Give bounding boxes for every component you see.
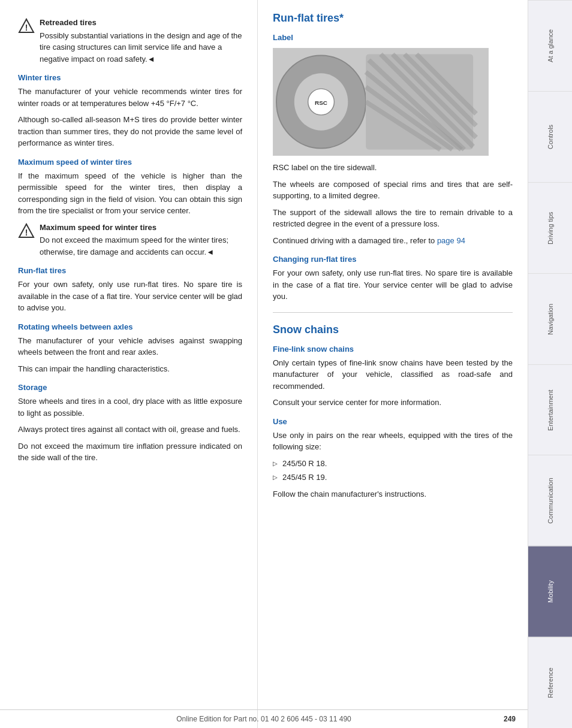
changing-run-flat-heading: Changing run-flat tires [273, 255, 513, 264]
warning-icon-2: ! [18, 223, 35, 240]
run-flat-para1: For your own safety, only use run-flat t… [18, 279, 242, 314]
page-footer: Online Edition for Part no. 01 40 2 606 … [0, 709, 528, 728]
changing-run-flat-para: For your own safety, only use run-flat t… [273, 267, 513, 303]
tire-size-2: 245/45 R 19. [273, 472, 513, 484]
section-divider [273, 312, 513, 313]
warning-icon: ! [18, 18, 35, 35]
svg-text:!: ! [25, 23, 28, 32]
rotating-para1: The manufacturer of your vehicle advises… [18, 335, 242, 358]
run-flat-para3: Continued driving with a damaged tire., … [273, 235, 513, 247]
rotating-heading: Rotating wheels between axles [18, 322, 242, 331]
right-column: Run-flat tires* Label [258, 0, 528, 728]
max-speed-warning-text: Maximum speed for winter tires Do not ex… [40, 222, 242, 258]
run-flat-heading: Run-flat tires [18, 266, 242, 275]
winter-tires-para1: The manufacturer of your vehicle recomme… [18, 86, 242, 109]
retreaded-warning-text: Retreaded tires Possibly substantial var… [40, 17, 242, 65]
rotating-para2: This can impair the handling characteris… [18, 363, 242, 375]
storage-heading: Storage [18, 383, 242, 392]
sidebar: At a glance Controls Driving tips Naviga… [528, 0, 572, 728]
winter-tires-para2: Although so-called all-season M+S tires … [18, 114, 242, 149]
run-flat-para2: The support of the sidewall allows the t… [273, 207, 513, 230]
max-speed-warning: ! Maximum speed for winter tires Do not … [18, 222, 242, 258]
use-heading: Use [273, 417, 513, 426]
max-speed-heading: Maximum speed of winter tires [18, 158, 242, 167]
svg-text:RSC: RSC [315, 99, 327, 106]
run-flat-tires-main-heading: Run-flat tires* [273, 12, 513, 25]
tire-image: RSC [273, 48, 489, 156]
winter-tires-heading: Winter tires [18, 73, 242, 82]
sidebar-tab-reference[interactable]: Reference [528, 637, 572, 728]
use-para: Use only in pairs on the rear wheels, eq… [273, 430, 513, 453]
storage-para2: Always protect tires against all contact… [18, 424, 242, 436]
run-flat-para1: The wheels are composed of special rims … [273, 179, 513, 202]
fine-link-para1: Only certain types of fine-link snow cha… [273, 357, 513, 392]
tire-size-1: 245/50 R 18. [273, 458, 513, 470]
sidebar-tab-entertainment[interactable]: Entertainment [528, 364, 572, 455]
sidebar-tab-driving-tips[interactable]: Driving tips [528, 182, 572, 273]
label-heading: Label [273, 33, 513, 42]
sidebar-tab-controls[interactable]: Controls [528, 91, 572, 182]
svg-text:!: ! [25, 228, 28, 237]
tire-image-caption: RSC label on the tire sidewall. [273, 162, 513, 174]
follow-text: Follow the chain manufacturer's instruct… [273, 488, 513, 500]
page-number: 249 [504, 715, 516, 723]
left-column: ! Retreaded tires Possibly substantial v… [0, 0, 258, 728]
footer-text: Online Edition for Part no. 01 40 2 606 … [176, 715, 351, 723]
storage-para1: Store wheels and tires in a cool, dry pl… [18, 395, 242, 419]
sidebar-tab-communication[interactable]: Communication [528, 455, 572, 546]
sidebar-tab-mobility[interactable]: Mobility [528, 546, 572, 637]
fine-link-heading: Fine-link snow chains [273, 345, 513, 354]
tire-sizes-list: 245/50 R 18. 245/45 R 19. [273, 458, 513, 484]
fine-link-para2: Consult your service center for more inf… [273, 397, 513, 409]
sidebar-tab-navigation[interactable]: Navigation [528, 273, 572, 364]
page-ref-link[interactable]: page 94 [437, 236, 465, 245]
storage-para3: Do not exceed the maximum tire inflation… [18, 440, 242, 464]
snow-chains-heading: Snow chains [273, 324, 513, 336]
sidebar-tab-at-a-glance[interactable]: At a glance [528, 0, 572, 91]
retreaded-warning: ! Retreaded tires Possibly substantial v… [18, 17, 242, 65]
max-speed-para1: If the maximum speed of the vehicle is h… [18, 170, 242, 217]
